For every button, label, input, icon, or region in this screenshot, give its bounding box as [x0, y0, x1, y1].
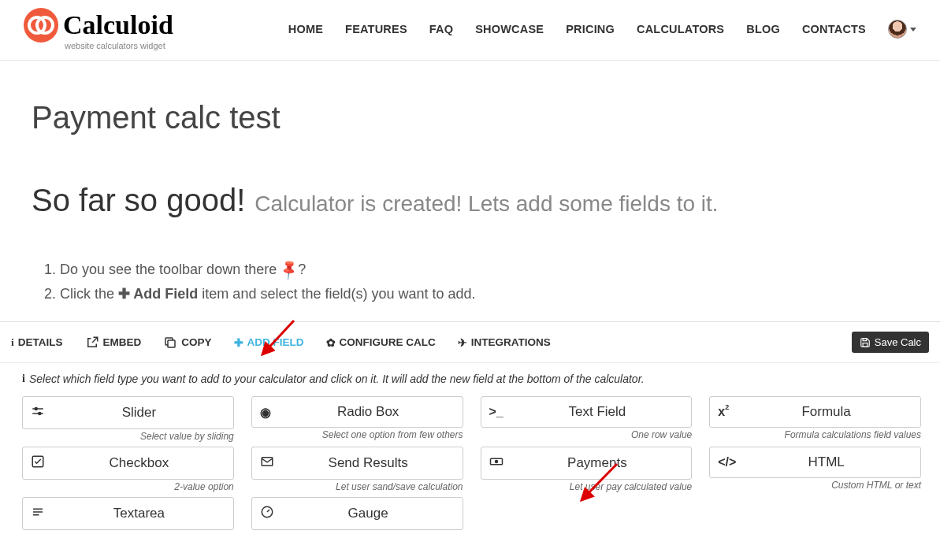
sub-caption: Calculator is created! Lets add some fie…	[255, 191, 718, 217]
gear-icon: ✿	[326, 336, 336, 349]
field-checkbox[interactable]: Checkbox	[22, 447, 234, 480]
field-send-desc: Let user sand/save calculation	[251, 481, 463, 492]
page-title: Payment calc test	[32, 100, 908, 135]
nav-contacts[interactable]: CONTACTS	[802, 23, 866, 35]
user-menu[interactable]	[888, 20, 916, 39]
main-nav: HOME FEATURES FAQ SHOWCASE PRICING CALCU…	[288, 20, 916, 39]
toolbar-configure[interactable]: ✿ CONFIGURE CALC	[326, 336, 436, 349]
avatar-icon	[888, 20, 907, 39]
field-textarea[interactable]: Textarea	[22, 497, 234, 530]
svg-point-8	[39, 413, 41, 415]
field-text-desc: One row value	[481, 429, 693, 440]
save-icon	[860, 337, 871, 348]
field-slider-desc: Select value by sliding	[22, 431, 234, 442]
plus-icon: ✚	[118, 286, 130, 302]
embed-icon	[85, 336, 99, 350]
checkbox-icon	[31, 454, 53, 472]
field-html[interactable]: </> HTML	[709, 447, 921, 478]
slider-icon	[31, 404, 53, 421]
annotation-arrow-1	[258, 319, 298, 358]
logo[interactable]: Calculoid website calculators widget	[24, 8, 173, 50]
toolbar-copy[interactable]: COPY	[163, 336, 211, 350]
nav-faq[interactable]: FAQ	[429, 23, 453, 35]
nav-calculators[interactable]: CALCULATORS	[637, 23, 724, 35]
formula-icon: x2	[718, 405, 740, 419]
sub-heading: So far so good!	[32, 183, 245, 218]
plane-icon: ✈	[458, 336, 467, 349]
save-calc-button[interactable]: Save Calc	[852, 332, 929, 353]
svg-point-12	[495, 461, 497, 463]
svg-line-1	[581, 464, 617, 500]
calc-toolbar: i DETAILS EMBED COPY ✚ ADD FIELD ✿ CONFI…	[0, 321, 940, 362]
plus-icon: ✚	[234, 336, 243, 349]
brand-tagline: website calculators widget	[65, 41, 173, 50]
svg-point-7	[35, 408, 37, 410]
steps-list: Do you see the toolbar down there 📌? Cli…	[41, 258, 908, 306]
svg-line-0	[262, 321, 294, 354]
money-icon	[489, 454, 511, 472]
copy-icon	[163, 336, 177, 350]
lines-icon	[31, 505, 53, 522]
svg-rect-4	[863, 343, 868, 347]
brand-name: Calculoid	[63, 12, 173, 39]
toolbar-details[interactable]: i DETAILS	[11, 336, 63, 349]
field-text[interactable]: >_ Text Field	[481, 396, 693, 428]
main-content: Payment calc test So far so good! Calcul…	[0, 61, 940, 321]
field-html-desc: Custom HTML or text	[709, 480, 921, 491]
field-type-panel[interactable]: i Select which field type you want to ad…	[0, 362, 940, 547]
field-radio[interactable]: ◉ Radio Box	[251, 396, 463, 428]
svg-rect-2	[168, 340, 175, 347]
envelope-icon	[260, 454, 282, 472]
field-slider[interactable]: Slider	[22, 396, 234, 429]
field-formula-desc: Formula calculations field values	[709, 429, 921, 440]
field-gauge[interactable]: Gauge	[251, 497, 463, 530]
help-text: i Select which field type you want to ad…	[22, 373, 921, 385]
nav-pricing[interactable]: PRICING	[566, 23, 615, 35]
code-icon: </>	[718, 455, 740, 469]
field-send-results[interactable]: Send Results	[251, 447, 463, 480]
nav-home[interactable]: HOME	[288, 23, 323, 35]
step-2: Click the ✚ Add Field item and select th…	[60, 282, 908, 306]
field-radio-desc: Select one option from few others	[251, 429, 463, 440]
field-checkbox-desc: 2-value option	[22, 481, 234, 492]
toolbar-embed[interactable]: EMBED	[85, 336, 142, 350]
header: Calculoid website calculators widget HOM…	[0, 0, 940, 61]
caret-down-icon	[910, 28, 916, 32]
nav-features[interactable]: FEATURES	[345, 23, 407, 35]
radio-icon: ◉	[260, 405, 282, 420]
pin-icon: 📌	[275, 255, 304, 285]
info-icon: i	[11, 336, 14, 349]
svg-rect-3	[863, 338, 867, 340]
terminal-icon: >_	[489, 405, 511, 419]
info-icon: i	[22, 373, 25, 385]
toolbar-integrations[interactable]: ✈ INTEGRATIONS	[458, 336, 551, 349]
annotation-arrow-2	[578, 462, 621, 506]
nav-blog[interactable]: BLOG	[746, 23, 780, 35]
nav-showcase[interactable]: SHOWCASE	[475, 23, 544, 35]
field-formula[interactable]: x2 Formula	[709, 396, 921, 428]
logo-icon	[24, 8, 58, 43]
gauge-icon	[260, 505, 282, 522]
step-1: Do you see the toolbar down there 📌?	[60, 258, 908, 282]
